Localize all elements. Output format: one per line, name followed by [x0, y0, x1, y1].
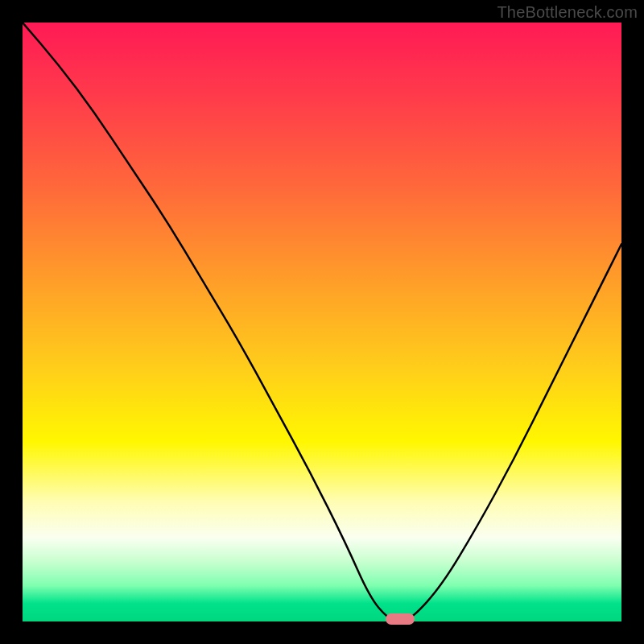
- chart-container: TheBottleneck.com: [0, 0, 644, 644]
- axis-bottom-border: [0, 621, 644, 644]
- plot-area: [23, 23, 621, 621]
- axis-left-border: [0, 0, 23, 644]
- axis-right-border: [621, 0, 644, 644]
- watermark-text: TheBottleneck.com: [497, 3, 638, 22]
- bottleneck-curve: [23, 23, 621, 621]
- optimal-marker: [386, 613, 415, 625]
